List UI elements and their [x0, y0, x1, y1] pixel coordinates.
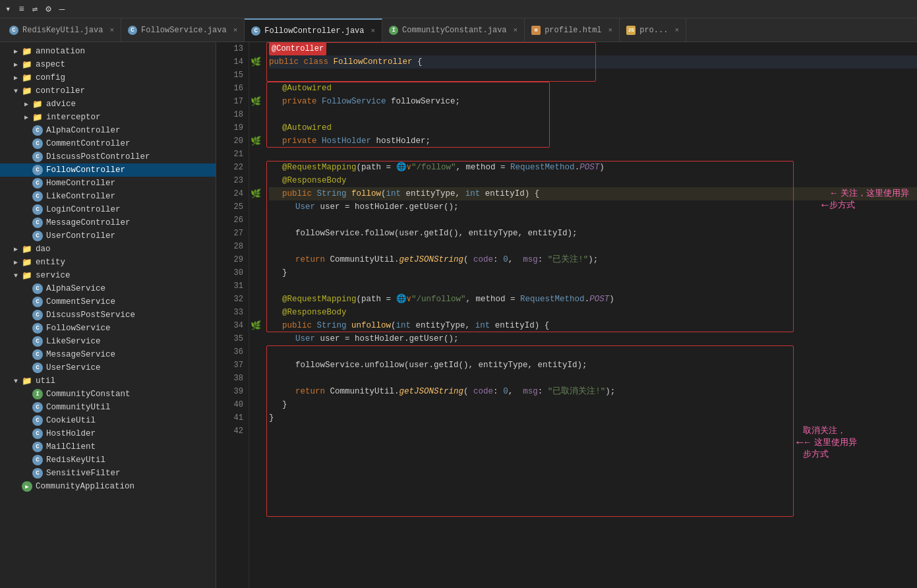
- tree-item-interceptor[interactable]: ▶ 📁 interceptor: [0, 111, 216, 124]
- tree-item-followcontroller[interactable]: C FollowController: [0, 163, 216, 177]
- tree-item-messagecontroller[interactable]: C MessageController: [0, 216, 216, 229]
- close-icon[interactable]: ×: [233, 26, 238, 34]
- tree-item-logincontroller[interactable]: C LoginController: [0, 203, 216, 216]
- tree-item-config[interactable]: ▶ 📁 config: [0, 71, 216, 84]
- class-icon: C: [32, 336, 44, 347]
- code-line-22: @RequestMapping(path = 🌐∨"/follow", meth…: [269, 161, 917, 174]
- tree-item-rediskeyutil[interactable]: C RedisKeyUtil: [0, 454, 216, 467]
- tree-item-homecontroller[interactable]: C HomeController: [0, 177, 216, 190]
- tree-item-discusspostservice[interactable]: C DiscussPostService: [0, 309, 216, 322]
- gutter: 🌿 🌿 🌿 🌿 🌿: [249, 42, 262, 588]
- tree-item-followservice[interactable]: C FollowService: [0, 322, 216, 335]
- code-editor[interactable]: ← 关注，这里使用异步方式 取消关注，← 这里使用异步方式 ← ← @Contr…: [262, 42, 917, 588]
- class-icon: C: [32, 204, 44, 215]
- iface-icon: I: [32, 389, 44, 399]
- tree-label: UserController: [46, 231, 216, 241]
- dropdown-icon[interactable]: ▾: [5, 3, 11, 15]
- tree-label: service: [36, 271, 216, 280]
- code-line-25: User user = hostHolder.getUser();: [269, 200, 917, 214]
- tab-followcontroller[interactable]: C FollowController.java ×: [245, 18, 382, 42]
- editor-area: 13 14 15 16 17 18 19 20 21 22 23 24 25 2…: [216, 42, 917, 588]
- tree-item-annotation[interactable]: ▶ 📁 annotation: [0, 45, 216, 58]
- code-line-35: User user = hostHolder.getUser();: [269, 332, 917, 345]
- arrow-icon: [21, 417, 32, 425]
- tree-item-aspect[interactable]: ▶ 📁 aspect: [0, 58, 216, 71]
- arrow-icon: [21, 233, 32, 240]
- code-line-16: @Autowired: [269, 82, 917, 95]
- folder-icon: 📁: [32, 112, 44, 123]
- tree-label: DiscussPostService: [46, 310, 216, 320]
- tree-item-communityconstant[interactable]: I CommunityConstant: [0, 388, 216, 401]
- collapse-icon[interactable]: —: [59, 4, 65, 15]
- tree-item-likecontroller[interactable]: C LikeController: [0, 190, 216, 203]
- tree-item-alphaservice[interactable]: C AlphaService: [0, 282, 216, 295]
- tree-item-messageservice[interactable]: C MessageService: [0, 348, 216, 361]
- tree-item-discusspostcontroller[interactable]: C DiscussPostController: [0, 150, 216, 163]
- settings-icon[interactable]: ⚙: [45, 3, 51, 15]
- tree-item-likeservice[interactable]: C LikeService: [0, 335, 216, 348]
- tree-item-usercontroller[interactable]: C UserController: [0, 229, 216, 243]
- tree-item-sensitivefilter[interactable]: C SensitiveFilter: [0, 467, 216, 480]
- sort-icon[interactable]: ⇌: [32, 3, 38, 15]
- tree-item-entity[interactable]: ▶ 📁 entity: [0, 256, 216, 269]
- close-icon[interactable]: ×: [514, 26, 518, 34]
- tree-item-advice[interactable]: ▶ 📁 advice: [0, 98, 216, 111]
- code-line-33: @ResponseBody: [269, 306, 917, 319]
- arrow-icon: [21, 325, 32, 332]
- class-icon: C: [32, 402, 44, 413]
- tab-rediskeyutil[interactable]: C RedisKeyUtil.java ×: [3, 18, 121, 42]
- arrow-icon: [21, 351, 32, 359]
- code-line-20: private HostHolder hostHolder;: [269, 134, 917, 148]
- arrow-icon: [21, 299, 32, 306]
- folder-icon: 📁: [21, 86, 33, 96]
- tab-followservice[interactable]: C FollowService.java ×: [121, 18, 245, 42]
- arrow-icon: ▶: [11, 61, 21, 69]
- main-toolbar: ▾ ≡ ⇌ ⚙ —: [0, 0, 917, 18]
- tree-label: AlphaController: [46, 126, 216, 135]
- close-icon[interactable]: ×: [608, 26, 613, 34]
- folder-icon: 📁: [21, 46, 33, 57]
- code-line-27: followService.follow(user.getId(), entit…: [269, 227, 917, 240]
- arrow-icon: ▼: [11, 88, 21, 95]
- tree-item-cookieutil[interactable]: C CookieUtil: [0, 414, 216, 427]
- tree-item-mailclient[interactable]: C MailClient: [0, 440, 216, 454]
- close-icon[interactable]: ×: [109, 26, 114, 34]
- tree-label: FollowController: [46, 165, 216, 175]
- arrow-icon: [21, 470, 32, 477]
- tree-item-util[interactable]: ▼ 📁 util: [0, 374, 216, 388]
- tree-item-alphacontroller[interactable]: C AlphaController: [0, 124, 216, 137]
- tree-item-communityapp[interactable]: ▶ CommunityApplication: [0, 480, 216, 493]
- list-icon[interactable]: ≡: [18, 4, 24, 15]
- tree-label: CommentService: [46, 297, 216, 307]
- tree-item-controller[interactable]: ▼ 📁 controller: [0, 84, 216, 98]
- tree-item-commentservice[interactable]: C CommentService: [0, 295, 216, 309]
- code-line-26: [269, 214, 917, 227]
- tree-item-dao[interactable]: ▶ 📁 dao: [0, 243, 216, 256]
- tree-item-userservice[interactable]: C UserService: [0, 361, 216, 374]
- code-wrapper: 13 14 15 16 17 18 19 20 21 22 23 24 25 2…: [216, 42, 917, 588]
- tab-bar: C RedisKeyUtil.java × C FollowService.ja…: [0, 18, 917, 42]
- arrow-icon: [21, 180, 32, 187]
- close-icon[interactable]: ×: [371, 27, 376, 35]
- tab-pro[interactable]: JS pro... ×: [620, 18, 686, 42]
- tab-communityconstant[interactable]: I CommunityConstant.java ×: [382, 18, 525, 42]
- tree-label: advice: [46, 100, 216, 109]
- arrow-icon: [21, 312, 32, 319]
- arrow-icon: [21, 391, 32, 398]
- tree-item-hostholder[interactable]: C HostHolder: [0, 427, 216, 440]
- tab-label: RedisKeyUtil.java: [22, 26, 103, 35]
- file-tree[interactable]: ▶ 📁 annotation ▶ 📁 aspect ▶ 📁 config ▼ 📁…: [0, 42, 216, 588]
- tab-label: FollowService.java: [141, 26, 227, 35]
- code-line-41: }: [269, 411, 917, 425]
- tree-item-service[interactable]: ▼ 📁 service: [0, 269, 216, 282]
- tree-item-commentcontroller[interactable]: C CommentController: [0, 137, 216, 150]
- arrow-icon: ▼: [11, 272, 21, 279]
- tab-profile-html[interactable]: H profile.html ×: [525, 18, 620, 42]
- code-line-21: [269, 148, 917, 161]
- close-icon[interactable]: ×: [674, 26, 679, 34]
- folder-icon: 📁: [21, 257, 33, 268]
- code-line-13: @Controller: [269, 42, 917, 55]
- class-icon: C: [32, 428, 44, 439]
- tree-item-communityutil[interactable]: C CommunityUtil: [0, 401, 216, 414]
- arrow-icon: ▶: [11, 245, 21, 253]
